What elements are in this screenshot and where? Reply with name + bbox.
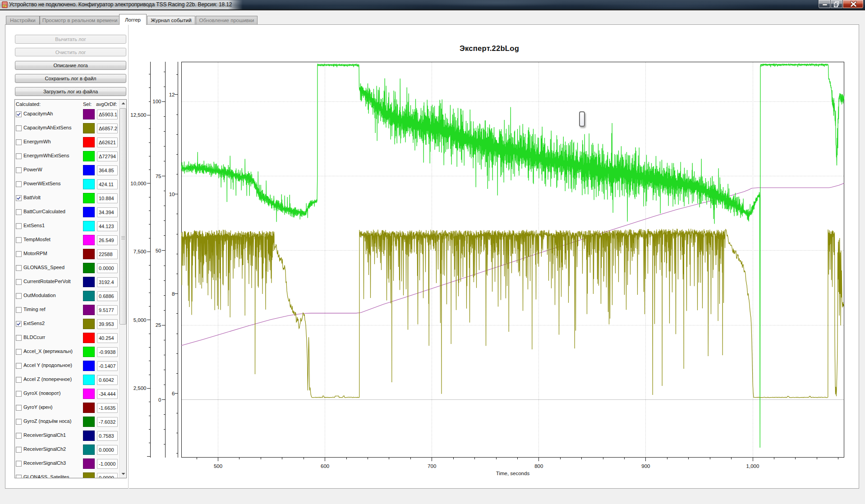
svg-text:600: 600 — [321, 463, 329, 469]
svg-text:2,500: 2,500 — [133, 385, 147, 391]
svg-text:10,000: 10,000 — [130, 181, 146, 186]
svg-text:5,000: 5,000 — [133, 317, 147, 323]
svg-text:50: 50 — [156, 248, 161, 253]
svg-text:Time, seconds: Time, seconds — [496, 471, 530, 476]
svg-text:12: 12 — [169, 92, 175, 97]
svg-text:900: 900 — [641, 463, 650, 469]
svg-text:100: 100 — [152, 99, 161, 104]
svg-text:1,000: 1,000 — [746, 463, 759, 469]
svg-text:Эксперт.22bLog: Эксперт.22bLog — [460, 44, 519, 52]
svg-text:75: 75 — [156, 174, 161, 179]
svg-text:10: 10 — [169, 192, 175, 197]
svg-text:12,500: 12,500 — [130, 112, 146, 118]
svg-text:7,500: 7,500 — [133, 249, 147, 254]
svg-text:25: 25 — [156, 322, 161, 328]
svg-text:8: 8 — [172, 291, 175, 297]
svg-text:700: 700 — [428, 463, 436, 469]
svg-text:800: 800 — [534, 463, 543, 469]
svg-text:500: 500 — [214, 463, 222, 469]
svg-text:6: 6 — [172, 391, 175, 396]
svg-text:0: 0 — [158, 397, 161, 403]
